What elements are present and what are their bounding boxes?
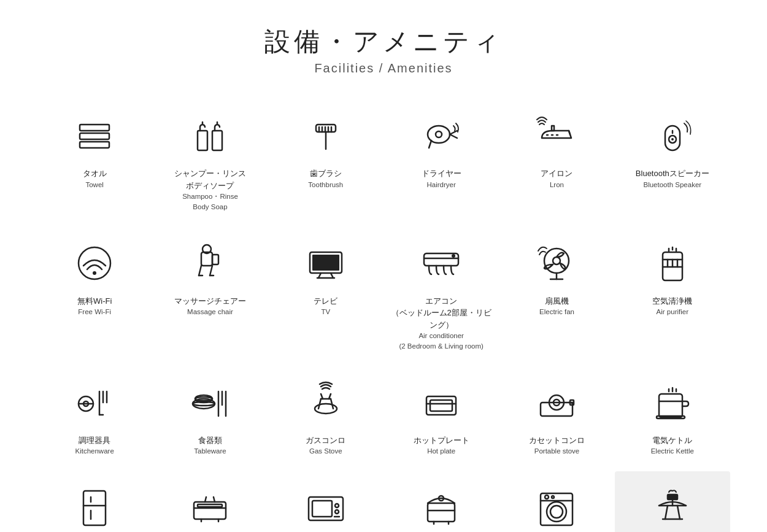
svg-point-105 bbox=[552, 496, 554, 498]
wifi-label-jp: 無料Wi-Fi bbox=[77, 295, 112, 307]
electric-kettle-icon bbox=[648, 378, 697, 427]
tableware-label-en: Tableware bbox=[194, 446, 226, 457]
electric-kettle-label-en: Electric Kettle bbox=[651, 446, 694, 457]
bluetooth-speaker-label-en: Bluetooth Speaker bbox=[644, 180, 702, 190]
toaster-icon bbox=[185, 482, 234, 531]
svg-rect-1 bbox=[80, 133, 109, 139]
svg-point-22 bbox=[671, 138, 674, 141]
towel-icon bbox=[70, 111, 119, 160]
item-air-conditioner: エアコン （ベッドルーム2部屋・リビング）Air conditioner (2 … bbox=[384, 228, 499, 361]
massage-chair-label-en: Massage chair bbox=[187, 307, 233, 317]
svg-rect-0 bbox=[80, 125, 109, 131]
svg-rect-66 bbox=[430, 400, 452, 411]
item-rice-cooker: 炊飯器Eice cooker bbox=[384, 471, 499, 532]
towel-label-jp: タオル bbox=[83, 168, 107, 180]
item-bluetooth-speaker: BluetoothスピーカーBluetooth Speaker bbox=[615, 100, 730, 222]
kitchenware-label-en: Kitchenware bbox=[75, 446, 114, 457]
bbq-icon bbox=[648, 482, 697, 531]
hot-plate-label-en: Hot plate bbox=[427, 446, 455, 457]
air-purifier-label-jp: 空気清浄機 bbox=[652, 295, 692, 307]
svg-rect-16 bbox=[552, 126, 554, 131]
shampoo-label-en: Shampoo・Rinse Body Soap bbox=[182, 191, 238, 213]
item-tv: テレビTV bbox=[268, 228, 384, 361]
item-electric-fan: 扇風機Electric fan bbox=[499, 228, 614, 361]
svg-point-93 bbox=[335, 510, 339, 514]
svg-point-92 bbox=[335, 504, 339, 507]
iron-label-en: Lron bbox=[550, 180, 564, 190]
portable-stove-icon bbox=[532, 378, 581, 427]
tv-label-jp: テレビ bbox=[314, 295, 337, 307]
iron-icon bbox=[532, 111, 581, 160]
kitchenware-icon bbox=[70, 378, 119, 427]
item-bbq: BBQ（メールにて予約） ---BBQ (Reservation require… bbox=[615, 471, 730, 532]
svg-point-104 bbox=[545, 495, 549, 499]
item-hot-plate: ホットプレートHot plate bbox=[384, 367, 499, 466]
svg-point-36 bbox=[452, 254, 455, 258]
svg-rect-4 bbox=[212, 131, 222, 150]
electric-fan-label-en: Electric fan bbox=[539, 307, 574, 317]
wifi-icon bbox=[70, 239, 119, 288]
gas-stove-label-en: Gas Stove bbox=[309, 446, 342, 457]
air-conditioner-label-en: Air conditioner (2 Bedroom & Living room… bbox=[399, 331, 483, 352]
title-japanese: 設備・アメニティ bbox=[37, 25, 730, 59]
item-massage-chair: マッサージチェアーMassage chair bbox=[152, 228, 268, 361]
item-gas-stove: ガスコンロGas Stove bbox=[268, 367, 384, 466]
item-shampoo: シャンプー・リンス ボディソープShampoo・Rinse Body Soap bbox=[152, 100, 268, 222]
portable-stove-label-en: Portable stove bbox=[534, 446, 580, 457]
gas-stove-icon bbox=[301, 378, 350, 427]
svg-rect-85 bbox=[198, 504, 222, 507]
iron-label-jp: アイロン bbox=[541, 168, 572, 180]
hairdryer-label-en: Hairdryer bbox=[427, 180, 456, 190]
svg-rect-26 bbox=[201, 252, 212, 266]
tv-label-en: TV bbox=[321, 307, 330, 317]
hairdryer-icon bbox=[417, 111, 466, 160]
svg-rect-111 bbox=[668, 495, 677, 499]
shampoo-label-jp: シャンプー・リンス ボディソープ bbox=[174, 168, 246, 191]
bluetooth-speaker-label-jp: Bluetoothスピーカー bbox=[636, 168, 709, 180]
electric-fan-icon bbox=[532, 239, 581, 288]
svg-rect-27 bbox=[212, 255, 218, 264]
svg-rect-30 bbox=[312, 255, 339, 271]
tv-icon bbox=[301, 239, 350, 288]
toothbrush-icon bbox=[301, 111, 350, 160]
item-toaster: トースターToster bbox=[152, 471, 268, 532]
item-microwave: 電子レンジMicrowave bbox=[268, 471, 384, 532]
svg-rect-73 bbox=[659, 394, 682, 417]
portable-stove-label-jp: カセットコンロ bbox=[529, 434, 585, 447]
item-wifi: 無料Wi-FiFree Wi-Fi bbox=[37, 228, 152, 361]
item-kitchenware: 調理器具Kitchenware bbox=[37, 367, 152, 466]
svg-rect-91 bbox=[312, 501, 332, 517]
svg-rect-3 bbox=[198, 131, 207, 150]
item-air-purifier: 空気清浄機Air purifier bbox=[615, 228, 730, 361]
item-tableware: 食器類Tableware bbox=[152, 367, 268, 466]
electric-fan-label-jp: 扇風機 bbox=[545, 295, 569, 307]
air-conditioner-label-jp: エアコン （ベッドルーム2部屋・リビング） bbox=[388, 295, 494, 331]
toothbrush-label-jp: 歯ブラシ bbox=[310, 168, 342, 180]
wifi-label-en: Free Wi-Fi bbox=[78, 307, 111, 317]
svg-line-107 bbox=[665, 506, 668, 519]
hot-plate-icon bbox=[417, 378, 466, 427]
gas-stove-label-jp: ガスコンロ bbox=[306, 434, 345, 447]
svg-point-15 bbox=[436, 131, 442, 137]
refrigerator-icon bbox=[70, 482, 119, 531]
svg-line-108 bbox=[677, 506, 680, 519]
svg-rect-95 bbox=[428, 503, 455, 522]
electric-kettle-label-jp: 電気ケトル bbox=[652, 434, 692, 447]
air-purifier-icon bbox=[648, 239, 697, 288]
rice-cooker-icon bbox=[417, 482, 466, 531]
item-iron: アイロンLron bbox=[499, 100, 614, 222]
page-header: 設備・アメニティ Facilities / Amenities bbox=[37, 25, 730, 75]
air-conditioner-icon bbox=[417, 239, 466, 288]
massage-chair-label-jp: マッサージチェアー bbox=[174, 295, 246, 307]
svg-rect-2 bbox=[80, 142, 109, 148]
item-refrigerator: 冷蔵庫Refrigerator bbox=[37, 471, 152, 532]
kitchenware-label-jp: 調理器具 bbox=[79, 434, 110, 447]
svg-point-102 bbox=[550, 506, 563, 518]
svg-point-38 bbox=[553, 257, 560, 264]
air-purifier-label-en: Air purifier bbox=[657, 307, 688, 317]
svg-point-25 bbox=[93, 271, 96, 275]
shampoo-icon bbox=[185, 111, 234, 160]
toothbrush-label-en: Toothbrush bbox=[308, 180, 343, 190]
title-english: Facilities / Amenities bbox=[37, 61, 730, 75]
washing-machine-icon bbox=[532, 482, 581, 531]
